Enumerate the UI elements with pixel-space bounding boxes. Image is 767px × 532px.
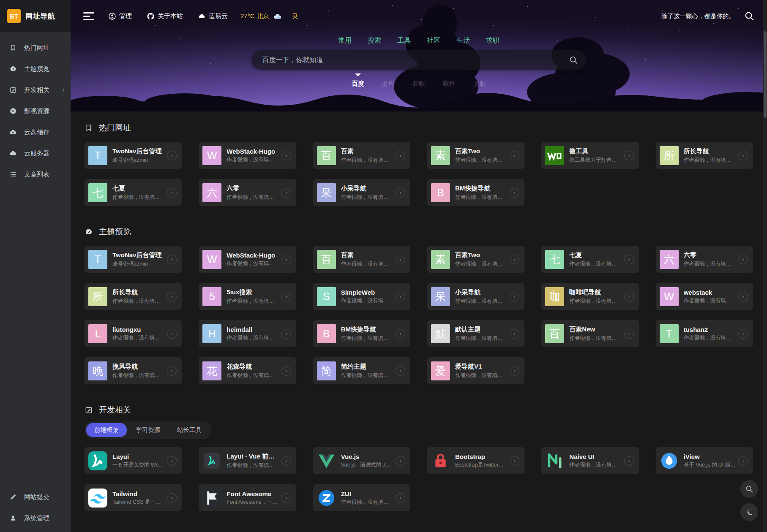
site-card[interactable]: 咖 咖啡吧导航 作者很懒，没有填写描述。 ›: [541, 283, 639, 310]
site-card[interactable]: 百 百素New 作者很懒，没有填写描述。 ›: [541, 320, 639, 347]
arrow-right-icon[interactable]: ›: [396, 329, 405, 339]
sidebar-item[interactable]: 开发相关 ›: [0, 79, 71, 100]
arrow-right-icon[interactable]: ›: [396, 255, 405, 264]
site-card[interactable]: 爱 爱导航V1 作者很懒，没有填写描述。 ›: [427, 357, 524, 384]
hero-category-tab[interactable]: 生活: [456, 36, 470, 45]
site-card[interactable]: 素 百素Two 作者很懒，没有填写描述。 ›: [427, 246, 524, 273]
site-card[interactable]: 素 百素Two 作者很懒，没有填写描述。 ›: [427, 142, 524, 169]
site-card[interactable]: 六 六零 作者很懒，没有填写描述。 ›: [656, 246, 753, 273]
site-card[interactable]: W webstack 作者很懒，没有填写描述。 ›: [656, 283, 753, 310]
search-engine-tab[interactable]: 百度: [351, 79, 365, 89]
site-card[interactable]: Tailwind Tailwind CSS 是一个功能类... ›: [85, 484, 182, 511]
hero-category-tab[interactable]: 工具: [397, 36, 411, 45]
search-engine-tab[interactable]: 软件: [442, 79, 456, 89]
search-engine-tab[interactable]: 谷歌: [412, 79, 426, 89]
header-search-icon[interactable]: [744, 11, 754, 21]
sidebar-item[interactable]: 云盘储存: [0, 122, 71, 143]
top-menu-item[interactable]: 管理: [109, 12, 132, 20]
arrow-right-icon[interactable]: ›: [396, 151, 405, 160]
arrow-right-icon[interactable]: ›: [738, 151, 748, 160]
arrow-right-icon[interactable]: ›: [281, 255, 291, 264]
arrow-right-icon[interactable]: ›: [167, 329, 177, 339]
arrow-right-icon[interactable]: ›: [167, 151, 177, 160]
site-card[interactable]: 六 六零 作者很懒，没有填写描述。 ›: [199, 179, 296, 206]
arrow-right-icon[interactable]: ›: [738, 255, 748, 264]
arrow-right-icon[interactable]: ›: [396, 366, 405, 376]
site-card[interactable]: S SimpleWeb 作者很懒，没有填写描述。 ›: [313, 283, 410, 310]
arrow-right-icon[interactable]: ›: [281, 493, 291, 503]
arrow-right-icon[interactable]: ›: [510, 292, 519, 301]
site-card[interactable]: Naive UI 作者很懒，没有填写描述。 ›: [541, 447, 639, 474]
logo[interactable]: BT 网址导航: [0, 0, 71, 32]
arrow-right-icon[interactable]: ›: [281, 188, 291, 198]
arrow-right-icon[interactable]: ›: [738, 456, 748, 466]
site-card[interactable]: W WebStack-Hugo 作者很懒，没有填写描述。 ›: [199, 246, 296, 273]
site-card[interactable]: iView 基于 Vue.js 的 UI 组件库， ›: [656, 447, 753, 474]
site-card[interactable]: 微工具 微工具致力于打造和收集各... ›: [541, 142, 639, 169]
site-card[interactable]: 七 七夏 作者很懒，没有填写描述。 ›: [85, 179, 182, 206]
sidebar-item[interactable]: 热门网址: [0, 37, 71, 58]
site-card[interactable]: 百 百素 作者很懒，没有填写描述。 ›: [313, 142, 410, 169]
arrow-right-icon[interactable]: ›: [167, 292, 177, 301]
search-engine-tab[interactable]: 文献: [472, 79, 487, 89]
arrow-right-icon[interactable]: ›: [396, 493, 405, 503]
hero-category-tab[interactable]: 社区: [427, 36, 440, 45]
site-card[interactable]: B BM快捷导航 作者很懒，没有填写描述。 ›: [427, 179, 524, 206]
site-card[interactable]: W WebStack-Hugo 作者很懒，没有填写描述。 ›: [199, 142, 296, 169]
arrow-right-icon[interactable]: ›: [738, 329, 748, 339]
arrow-right-icon[interactable]: ›: [281, 329, 291, 339]
site-card[interactable]: 默 默认主题 作者很懒，没有填写描述。 ›: [427, 320, 524, 347]
arrow-right-icon[interactable]: ›: [510, 188, 519, 198]
sidebar-item[interactable]: 系统管理: [0, 508, 71, 529]
scrollbar-thumb[interactable]: [764, 31, 767, 118]
arrow-right-icon[interactable]: ›: [624, 255, 634, 264]
site-card[interactable]: L liutongxu 作者很懒，没有填写描述。 ›: [85, 320, 182, 347]
site-card[interactable]: Bootstrap Bootstrap是Twitter推出的... ›: [427, 447, 524, 474]
arrow-right-icon[interactable]: ›: [624, 151, 634, 160]
arrow-right-icon[interactable]: ›: [510, 456, 519, 466]
sidebar-item[interactable]: 文章列表: [0, 164, 71, 185]
section-tab[interactable]: 前端框架: [86, 423, 127, 437]
site-card[interactable]: 所 所长导航 作者很懒，没有填写描述。 ›: [656, 142, 753, 169]
site-card[interactable]: H heimdall 作者很懒，没有填写描述。 ›: [199, 320, 296, 347]
arrow-right-icon[interactable]: ›: [167, 255, 177, 264]
arrow-right-icon[interactable]: ›: [167, 188, 177, 198]
arrow-right-icon[interactable]: ›: [510, 329, 519, 339]
arrow-right-icon[interactable]: ›: [510, 366, 519, 376]
arrow-right-icon[interactable]: ›: [624, 456, 634, 466]
site-card[interactable]: T TwoNav后台管理 账号密码admin ›: [85, 246, 182, 273]
site-card[interactable]: 呆 小呆导航 作者很懒，没有填写描述。 ›: [427, 283, 524, 310]
top-menu-item[interactable]: 关于本站: [147, 12, 183, 20]
top-menu-item[interactable]: 蓝易云: [198, 12, 228, 20]
hero-search-input[interactable]: [251, 56, 569, 64]
site-card[interactable]: 简 简约主题 作者很懒，没有填写描述。 ›: [313, 357, 410, 384]
section-tab[interactable]: 学习资源: [128, 423, 168, 437]
arrow-right-icon[interactable]: ›: [396, 188, 405, 198]
sidebar-item[interactable]: 影视资源: [0, 100, 71, 122]
site-card[interactable]: ZUI 作者很懒，没有填写描述。 ›: [313, 484, 410, 511]
arrow-right-icon[interactable]: ›: [281, 456, 291, 466]
menu-toggle-icon[interactable]: [83, 12, 94, 20]
section-tab[interactable]: 站长工具: [169, 423, 210, 437]
arrow-right-icon[interactable]: ›: [396, 292, 405, 301]
site-card[interactable]: 花 花森导航 作者很懒，没有填写描述。 ›: [199, 357, 296, 384]
site-card[interactable]: Vue.js Vue.js - 渐进式的 JavaScri... ›: [313, 447, 410, 474]
hero-category-tab[interactable]: 常用: [338, 36, 352, 45]
arrow-right-icon[interactable]: ›: [510, 255, 519, 264]
site-card[interactable]: Layui - Vue 前端 UI 框架 作者很懒，没有填写描述。 ›: [199, 447, 296, 474]
fab-darkmode-button[interactable]: [740, 503, 758, 521]
scrollbar[interactable]: [763, 0, 767, 532]
fab-search-button[interactable]: [740, 480, 758, 498]
search-engine-tab[interactable]: 必应: [381, 79, 396, 89]
site-card[interactable]: T tushan2 作者很懒，没有填写描述。 ›: [656, 320, 753, 347]
arrow-right-icon[interactable]: ›: [738, 292, 748, 301]
site-card[interactable]: 百 百素 作者很懒，没有填写描述。 ›: [313, 246, 410, 273]
arrow-right-icon[interactable]: ›: [624, 292, 634, 301]
arrow-right-icon[interactable]: ›: [624, 329, 634, 339]
site-card[interactable]: 呆 小呆导航 作者很懒，没有填写描述。 ›: [313, 179, 410, 206]
site-card[interactable]: B BM快捷导航 作者很懒，没有填写描述。 ›: [313, 320, 410, 347]
site-card[interactable]: Layui 一套开源免费的 Web UI 组... ›: [85, 447, 182, 474]
arrow-right-icon[interactable]: ›: [167, 366, 177, 376]
hero-category-tab[interactable]: 搜索: [368, 36, 381, 45]
site-card[interactable]: 所 所长导航 作者很懒，没有填写描述。 ›: [85, 283, 182, 310]
